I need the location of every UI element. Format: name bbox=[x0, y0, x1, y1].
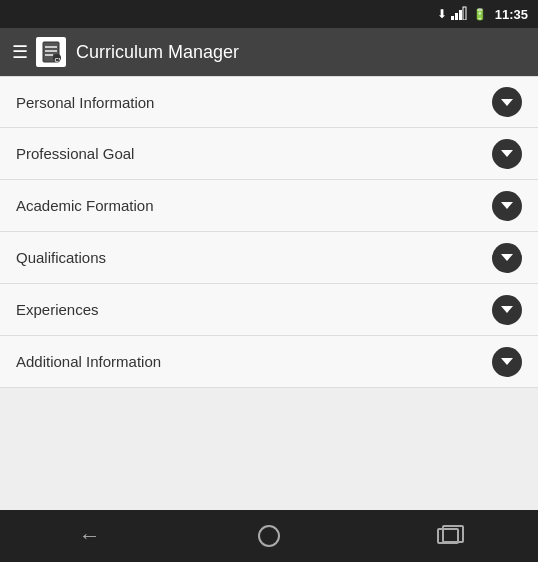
svg-rect-4 bbox=[467, 6, 469, 20]
chevron-down-icon-academic-formation bbox=[492, 191, 522, 221]
app-icon: CV bbox=[36, 37, 66, 67]
svg-rect-8 bbox=[45, 54, 53, 56]
main-content: Personal Information Professional Goal A… bbox=[0, 76, 538, 510]
chevron-down-icon-qualifications bbox=[492, 243, 522, 273]
status-bar: ⬇ 🔋 11:35 bbox=[0, 0, 538, 28]
app-title: Curriculum Manager bbox=[76, 42, 239, 63]
chevron-down-icon-additional-info bbox=[492, 347, 522, 377]
menu-item-qualifications[interactable]: Qualifications bbox=[0, 232, 538, 284]
status-time: 11:35 bbox=[495, 7, 528, 22]
menu-item-experiences[interactable]: Experiences bbox=[0, 284, 538, 336]
battery-icon: 🔋 bbox=[473, 8, 487, 21]
svg-text:CV: CV bbox=[55, 57, 63, 63]
svg-rect-0 bbox=[451, 16, 454, 20]
download-icon: ⬇ bbox=[437, 7, 447, 21]
back-button[interactable]: ← bbox=[60, 516, 120, 556]
recent-apps-button[interactable] bbox=[418, 516, 478, 556]
svg-rect-3 bbox=[463, 7, 466, 20]
menu-list: Personal Information Professional Goal A… bbox=[0, 76, 538, 388]
menu-item-label-qualifications: Qualifications bbox=[16, 249, 106, 266]
chevron-down-icon-professional-goal bbox=[492, 139, 522, 169]
svg-rect-7 bbox=[45, 50, 57, 52]
menu-item-personal-info[interactable]: Personal Information bbox=[0, 76, 538, 128]
menu-item-additional-info[interactable]: Additional Information bbox=[0, 336, 538, 388]
status-icons: ⬇ 🔋 11:35 bbox=[437, 6, 528, 22]
menu-item-label-experiences: Experiences bbox=[16, 301, 99, 318]
menu-item-academic-formation[interactable]: Academic Formation bbox=[0, 180, 538, 232]
svg-rect-2 bbox=[459, 10, 462, 20]
svg-rect-6 bbox=[45, 46, 57, 48]
menu-icon[interactable]: ☰ bbox=[12, 41, 28, 63]
chevron-down-icon-experiences bbox=[492, 295, 522, 325]
nav-bar: ← bbox=[0, 510, 538, 562]
recent-apps-icon bbox=[437, 528, 459, 544]
menu-item-label-additional-info: Additional Information bbox=[16, 353, 161, 370]
menu-item-label-professional-goal: Professional Goal bbox=[16, 145, 134, 162]
phone-frame: ⬇ 🔋 11:35 ☰ CV bbox=[0, 0, 538, 562]
chevron-down-icon-personal-info bbox=[492, 87, 522, 117]
menu-item-label-personal-info: Personal Information bbox=[16, 94, 154, 111]
home-circle-icon bbox=[258, 525, 280, 547]
signal-icon bbox=[451, 6, 469, 22]
menu-item-professional-goal[interactable]: Professional Goal bbox=[0, 128, 538, 180]
app-bar: ☰ CV Curriculum Manager bbox=[0, 28, 538, 76]
home-button[interactable] bbox=[239, 516, 299, 556]
back-arrow-icon: ← bbox=[79, 523, 101, 549]
svg-rect-1 bbox=[455, 13, 458, 20]
menu-item-label-academic-formation: Academic Formation bbox=[16, 197, 154, 214]
